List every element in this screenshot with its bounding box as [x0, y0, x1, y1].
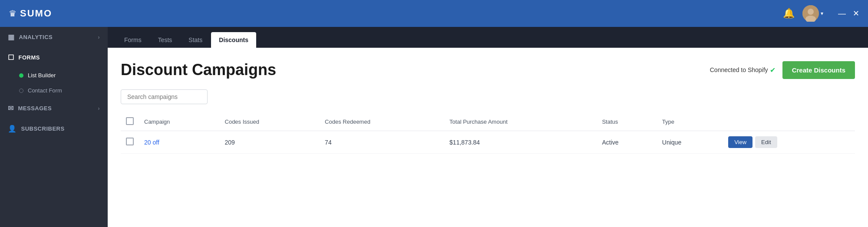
edit-button[interactable]: Edit: [755, 136, 777, 148]
select-all-checkbox[interactable]: [126, 117, 134, 125]
tab-discounts[interactable]: Discounts: [211, 32, 256, 48]
list-builder-label: List Builder: [28, 72, 56, 79]
view-button[interactable]: View: [728, 136, 752, 148]
close-button[interactable]: ✕: [853, 10, 859, 17]
tab-bar: Forms Tests Stats Discounts: [108, 27, 868, 48]
sidebar-item-forms[interactable]: ☐ Forms: [0, 47, 108, 68]
top-bar-right: 🔔 ▾ — ✕: [783, 5, 859, 22]
col-type: Type: [657, 113, 723, 131]
sidebar-item-label: Analytics: [19, 34, 94, 40]
header-right: Connected to Shopify ✔ Create Discounts: [710, 61, 855, 79]
campaign-link[interactable]: 20 off: [144, 139, 159, 146]
codes-redeemed-cell: 74: [320, 131, 444, 154]
select-all-header: [121, 113, 139, 131]
type-cell: Unique: [657, 131, 723, 154]
codes-issued-cell: 209: [220, 131, 320, 154]
sidebar-item-label: Subscribers: [21, 125, 100, 132]
sidebar-item-label: Messages: [18, 105, 94, 112]
messages-chevron-icon: ›: [98, 105, 100, 112]
sidebar-item-label: Forms: [19, 54, 100, 61]
tab-stats[interactable]: Stats: [181, 32, 210, 48]
avatar-button[interactable]: ▾: [802, 5, 823, 22]
create-discounts-button[interactable]: Create Discounts: [782, 61, 855, 79]
col-codes-redeemed: Codes Redeemed: [320, 113, 444, 131]
contact-form-label: Contact Form: [28, 87, 62, 94]
analytics-icon: ▦: [8, 33, 15, 41]
sidebar-item-list-builder[interactable]: List Builder: [0, 68, 108, 83]
top-bar: ♛ SUMO 🔔 ▾ — ✕: [0, 0, 868, 27]
col-campaign: Campaign: [139, 113, 220, 131]
messages-icon: ✉: [8, 104, 14, 112]
forms-icon: ☐: [8, 53, 14, 62]
col-codes-issued: Codes Issued: [220, 113, 320, 131]
search-wrapper: [121, 89, 855, 104]
sidebar-item-analytics[interactable]: ▦ Analytics ›: [0, 27, 108, 47]
campaigns-table: Campaign Codes Issued Codes Redeemed Tot…: [121, 113, 855, 154]
logo-area: ♛ SUMO: [9, 8, 52, 19]
connected-label: Connected to Shopify: [710, 66, 768, 73]
connected-check-icon: ✔: [770, 66, 776, 74]
actions-cell: View Edit: [723, 131, 855, 154]
tab-forms[interactable]: Forms: [116, 32, 149, 48]
col-status: Status: [597, 113, 657, 131]
campaigns-header: Discount Campaigns Connected to Shopify …: [121, 61, 855, 79]
list-builder-dot-icon: [19, 73, 23, 78]
campaigns-content: Discount Campaigns Connected to Shopify …: [108, 48, 868, 227]
minimize-button[interactable]: —: [838, 10, 846, 17]
col-actions: [723, 113, 855, 131]
contact-form-dot-icon: [19, 89, 23, 93]
window-controls: — ✕: [838, 10, 859, 17]
main-layout: ▦ Analytics › ☐ Forms List Builder Conta…: [0, 27, 868, 227]
sidebar-item-contact-form[interactable]: Contact Form: [0, 83, 108, 98]
sidebar-item-subscribers[interactable]: 👤 Subscribers: [0, 118, 108, 139]
svg-point-1: [808, 9, 814, 15]
tab-tests[interactable]: Tests: [150, 32, 180, 48]
status-cell: Active: [597, 131, 657, 154]
campaign-name-cell: 20 off: [139, 131, 220, 154]
sidebar-item-messages[interactable]: ✉ Messages ›: [0, 98, 108, 118]
subscribers-icon: 👤: [8, 125, 17, 133]
content-area: Forms Tests Stats Discounts Discount Cam…: [108, 27, 868, 227]
search-input[interactable]: [121, 89, 208, 104]
total-purchase-cell: $11,873.84: [444, 131, 597, 154]
row-select-checkbox[interactable]: [126, 138, 134, 145]
avatar-chevron-icon: ▾: [821, 10, 823, 16]
action-buttons: View Edit: [728, 136, 850, 148]
col-total-purchase: Total Purchase Amount: [444, 113, 597, 131]
avatar: [802, 5, 819, 22]
page-title: Discount Campaigns: [121, 61, 276, 79]
logo-text: SUMO: [20, 8, 52, 19]
analytics-chevron-icon: ›: [98, 34, 100, 40]
table-row: 20 off 209 74 $11,873.84 Active Unique V…: [121, 131, 855, 154]
sidebar: ▦ Analytics › ☐ Forms List Builder Conta…: [0, 27, 108, 227]
bell-icon[interactable]: 🔔: [783, 8, 795, 19]
crown-icon: ♛: [9, 8, 17, 19]
connected-badge: Connected to Shopify ✔: [710, 66, 776, 74]
row-checkbox-cell: [121, 131, 139, 154]
table-header-row: Campaign Codes Issued Codes Redeemed Tot…: [121, 113, 855, 131]
